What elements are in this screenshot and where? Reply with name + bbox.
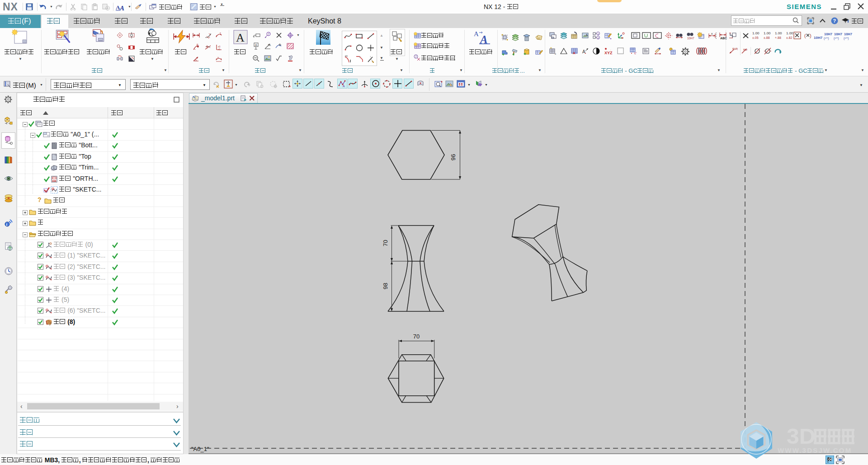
svg-text:"A0_1": "A0_1" xyxy=(191,446,209,452)
svg-text:?: ? xyxy=(833,18,836,23)
svg-text:(¹⁰ⁿ): (¹⁰ⁿ) xyxy=(824,37,829,40)
svg-text:XYZ: XYZ xyxy=(604,51,613,55)
svg-text:96: 96 xyxy=(450,154,457,160)
svg-text:): ) xyxy=(810,33,811,38)
svg-text:x: x xyxy=(217,56,219,59)
svg-text:A: A xyxy=(474,30,479,38)
svg-text:x1: x1 xyxy=(218,48,221,51)
svg-text:A: A xyxy=(255,43,257,47)
svg-text:1.00: 1.00 xyxy=(775,31,782,35)
svg-text:10H7: 10H7 xyxy=(834,32,842,36)
svg-text:±.88: ±.88 xyxy=(764,36,770,39)
svg-text:A: A xyxy=(343,85,345,88)
svg-text:±.05: ±.05 xyxy=(752,36,759,39)
svg-text:+.88: +.88 xyxy=(775,36,781,39)
svg-text:(¹⁰ⁿ): (¹⁰ⁿ) xyxy=(844,37,849,40)
svg-text:7: 7 xyxy=(268,33,269,36)
svg-text:10H7: 10H7 xyxy=(844,32,852,36)
svg-text:(: ( xyxy=(804,33,806,38)
svg-text:R|Ø|: R|Ø| xyxy=(732,47,738,50)
svg-text:10H7: 10H7 xyxy=(824,32,832,36)
svg-text:A: A xyxy=(585,33,588,37)
svg-text:c: c xyxy=(209,36,210,38)
svg-text:10H7: 10H7 xyxy=(687,37,694,40)
svg-text:x: x xyxy=(711,32,713,35)
svg-text:(¹⁰ⁿ): (¹⁰ⁿ) xyxy=(834,37,839,40)
svg-text:A: A xyxy=(236,31,245,44)
svg-text:1.00: 1.00 xyxy=(752,31,760,35)
svg-text:x: x xyxy=(555,52,556,55)
svg-text:7: 7 xyxy=(415,55,417,58)
svg-text:A: A xyxy=(119,5,124,11)
svg-text:Σ: Σ xyxy=(220,32,221,35)
svg-text:±.82: ±.82 xyxy=(786,36,793,39)
svg-text:c': c' xyxy=(634,51,637,55)
svg-text:R: R xyxy=(197,44,198,46)
svg-text:1.00: 1.00 xyxy=(786,31,793,35)
svg-text:i: i xyxy=(6,222,8,227)
svg-text:3D: 3D xyxy=(787,423,816,448)
svg-text:A: A xyxy=(573,51,576,55)
svg-text:98: 98 xyxy=(382,283,389,289)
svg-text:70: 70 xyxy=(382,240,389,246)
svg-text:1.00: 1.00 xyxy=(764,31,771,35)
svg-text:70: 70 xyxy=(413,333,420,340)
svg-text:RØ: RØ xyxy=(743,48,747,51)
svg-text:A: A xyxy=(582,49,585,54)
svg-text:ABC: ABC xyxy=(720,37,727,40)
svg-text:A: A xyxy=(479,33,488,45)
